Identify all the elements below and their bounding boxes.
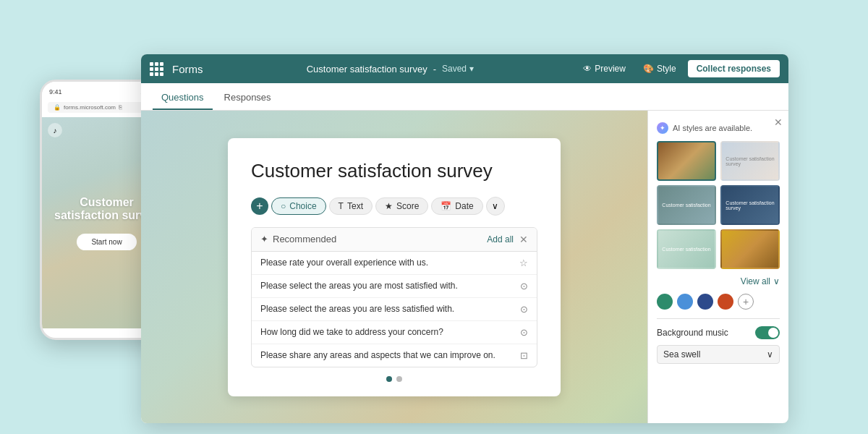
panel-close-button[interactable]: ✕ (774, 116, 783, 128)
question-item[interactable]: How long did we take to address your con… (252, 321, 537, 344)
app-name: Forms (172, 63, 203, 75)
pagination (251, 376, 537, 382)
lock-icon: 🔒 (54, 104, 61, 111)
ai-label: AI styles are available. (673, 124, 752, 132)
recommended-actions: Add all ✕ (487, 234, 528, 245)
saved-badge: Saved ▾ (442, 64, 474, 74)
theme-preview: Customer satisfactionsurvey (722, 187, 778, 224)
phone-start-button[interactable]: Start now (77, 234, 136, 250)
theme-gold[interactable] (720, 229, 780, 269)
tab-responses[interactable]: Responses (216, 86, 280, 110)
copy-icon: ⎘ (119, 104, 122, 111)
ai-icon: ✦ (657, 122, 668, 134)
chevron-down-icon: ∨ (773, 276, 780, 286)
phone-music-icon: ♪ (48, 123, 62, 137)
theme-preview: Customer satisfaction (658, 231, 715, 268)
text-area-icon: ⊡ (520, 350, 528, 361)
question-item[interactable]: Please share any areas and aspects that … (252, 344, 537, 367)
header-actions: 👁 Preview 🎨 Style Collect responses (577, 60, 780, 77)
color-swatch-dark-blue[interactable] (697, 294, 713, 310)
add-all-button[interactable]: Add all (487, 234, 514, 244)
question-toolbar: + ○ Choice T Text ★ Score 📅 (251, 197, 537, 216)
theme-preview (722, 231, 778, 268)
question-item[interactable]: Please rate your overall experience with… (252, 252, 537, 275)
style-button[interactable]: 🎨 Style (637, 61, 682, 77)
app-header: Forms Customer satisfaction survey - Sav… (141, 54, 788, 83)
chevron-down-icon: ∨ (767, 349, 773, 359)
music-label: Background music (657, 328, 728, 338)
theme-light[interactable]: Customer satisfactionsurvey (720, 141, 780, 181)
theme-preview: Customer satisfactionsurvey (722, 142, 778, 179)
question-item[interactable]: Please select the areas you are most sat… (252, 275, 537, 298)
recommended-section: ✦ Recommended Add all ✕ Please rate your… (251, 227, 537, 367)
theme-dark[interactable]: Customer satisfactionsurvey (720, 185, 780, 225)
theme-floral[interactable] (657, 141, 716, 181)
style-icon: 🎨 (643, 64, 654, 74)
form-card: Customer satisfaction survey + ○ Choice … (228, 138, 561, 396)
header-center: Customer satisfaction survey - Saved ▾ (212, 64, 569, 75)
theme-preview: Customer satisfaction (658, 187, 715, 224)
page-dot-1[interactable] (386, 376, 392, 382)
color-swatch-blue[interactable] (677, 294, 693, 310)
preview-button[interactable]: 👁 Preview (577, 61, 631, 77)
app-window: Forms Customer satisfaction survey - Sav… (141, 54, 788, 423)
toggle-knob (768, 328, 778, 338)
recommended-label: ✦ Recommended (260, 234, 336, 244)
rating-icon: ☆ (519, 258, 528, 268)
color-swatch-orange[interactable] (718, 294, 733, 310)
form-title: Customer satisfaction survey (251, 160, 537, 182)
theme-teal[interactable]: Customer satisfaction (657, 185, 716, 225)
music-section: Background music Sea swell ∨ (657, 318, 780, 364)
add-color-button[interactable]: + (738, 294, 754, 310)
choice-icon: ○ (281, 201, 286, 211)
score-type-button[interactable]: ★ Score (375, 197, 428, 215)
survey-title-header: Customer satisfaction survey (307, 64, 427, 75)
collect-responses-button[interactable]: Collect responses (688, 60, 780, 77)
music-track-selector[interactable]: Sea swell ∨ (657, 345, 780, 364)
eye-icon: 👁 (583, 64, 592, 74)
page-dot-2[interactable] (396, 376, 402, 382)
close-recommended-button[interactable]: ✕ (519, 234, 528, 245)
music-toggle[interactable] (755, 326, 780, 339)
waffle-icon[interactable] (150, 62, 163, 76)
separator: - (433, 64, 436, 75)
text-type-button[interactable]: T Text (329, 197, 373, 215)
tab-questions[interactable]: Questions (153, 86, 213, 110)
phone-time: 9:41 (49, 88, 62, 95)
ai-badge: ✦ AI styles are available. (657, 122, 780, 134)
color-swatches: + (657, 294, 780, 310)
choice-indicator-icon: ⊙ (520, 281, 528, 292)
add-question-button[interactable]: + (251, 197, 268, 215)
music-track-label: Sea swell (663, 349, 700, 359)
more-types-button[interactable]: ∨ (486, 197, 505, 216)
text-icon: T (339, 201, 344, 211)
themes-grid: Customer satisfactionsurvey Customer sat… (657, 141, 780, 269)
saved-label: Saved (442, 64, 467, 74)
music-header: Background music (657, 326, 780, 339)
sparkle-icon: ✦ (260, 234, 268, 244)
question-item[interactable]: Please select the areas you are less sat… (252, 298, 537, 321)
choice-indicator-icon: ⊙ (520, 327, 528, 338)
choice-type-button[interactable]: ○ Choice (271, 197, 326, 215)
theme-preview (658, 142, 715, 179)
main-content: Customer satisfaction survey + ○ Choice … (141, 111, 788, 423)
theme-mint[interactable]: Customer satisfaction (657, 229, 716, 269)
choice-indicator-icon: ⊙ (520, 304, 528, 315)
phone-url: forms.microsoft.com (64, 104, 116, 111)
star-icon: ★ (385, 201, 393, 211)
color-swatch-teal[interactable] (657, 294, 673, 310)
calendar-icon: 📅 (441, 201, 451, 211)
style-panel: ✕ ✦ AI styles are available. Customer sa… (647, 111, 788, 423)
view-all-button[interactable]: View all ∨ (657, 276, 780, 286)
chevron-down-icon: ▾ (469, 64, 474, 74)
form-preview: Customer satisfaction survey + ○ Choice … (141, 111, 647, 423)
tabs-bar: Questions Responses (141, 83, 788, 111)
date-type-button[interactable]: 📅 Date (431, 197, 482, 215)
recommended-header: ✦ Recommended Add all ✕ (252, 228, 537, 252)
